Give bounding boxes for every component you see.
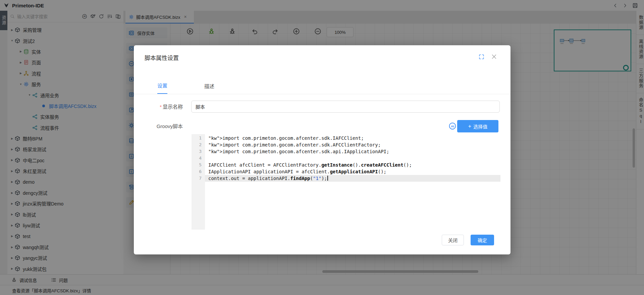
groovy-code-editor[interactable]: 1234567 "kw">import com.primeton.gocom.a…: [192, 134, 500, 230]
display-name-label: *显示名称: [134, 103, 183, 110]
ai-assist-icon[interactable]: AI: [448, 122, 457, 130]
fullscreen-icon[interactable]: [479, 54, 484, 60]
line-number: 7: [192, 175, 202, 182]
code-line[interactable]: [205, 155, 500, 162]
tab-settings[interactable]: 设置: [157, 82, 167, 94]
select-value-button[interactable]: +选择值: [457, 120, 498, 132]
text-caret: [327, 176, 328, 181]
code-line[interactable]: context.out = applicationAPI.findApp("1"…: [205, 175, 500, 182]
groovy-script-label: Groovy脚本: [134, 122, 183, 129]
code-line[interactable]: IAFCClient afcClient = AFCClientFactory.…: [205, 162, 500, 168]
code-line[interactable]: "kw">import com.primeton.gocom.afcenter.…: [205, 141, 500, 148]
close-icon[interactable]: [491, 54, 497, 60]
line-number: 2: [192, 141, 202, 148]
line-number: 4: [192, 155, 202, 162]
editor-code[interactable]: "kw">import com.primeton.gocom.afcenter.…: [205, 134, 500, 230]
ok-button[interactable]: 确定: [471, 235, 494, 245]
code-line[interactable]: "kw">import com.primeton.gocom.afcenter.…: [205, 135, 500, 141]
screen: Primeton-IDE 资源 AI ▶采购管理▼测试2▶实体▶页面▶流程▼服务…: [0, 0, 644, 295]
close-button[interactable]: 关闭: [442, 235, 464, 245]
svg-text:AI: AI: [451, 124, 454, 128]
script-properties-dialog: 脚本属性设置 设置 描述 *显示名称 Groovy脚本 AI +选择值 1234…: [134, 45, 511, 254]
dialog-title: 脚本属性设置: [145, 53, 179, 62]
display-name-input[interactable]: [191, 101, 500, 113]
line-number: 3: [192, 148, 202, 155]
code-line[interactable]: IApplicationAPI applicationAPI = afcClie…: [205, 168, 500, 175]
line-number: 5: [192, 162, 202, 168]
line-number: 1: [192, 135, 202, 141]
required-mark: *: [160, 104, 162, 110]
dialog-tabs: 设置 描述: [134, 77, 511, 94]
line-number: 6: [192, 168, 202, 175]
tab-description[interactable]: 描述: [204, 82, 214, 94]
editor-gutter: 1234567: [192, 134, 205, 230]
code-line[interactable]: "kw">import com.primeton.gocom.afcenter.…: [205, 148, 500, 155]
